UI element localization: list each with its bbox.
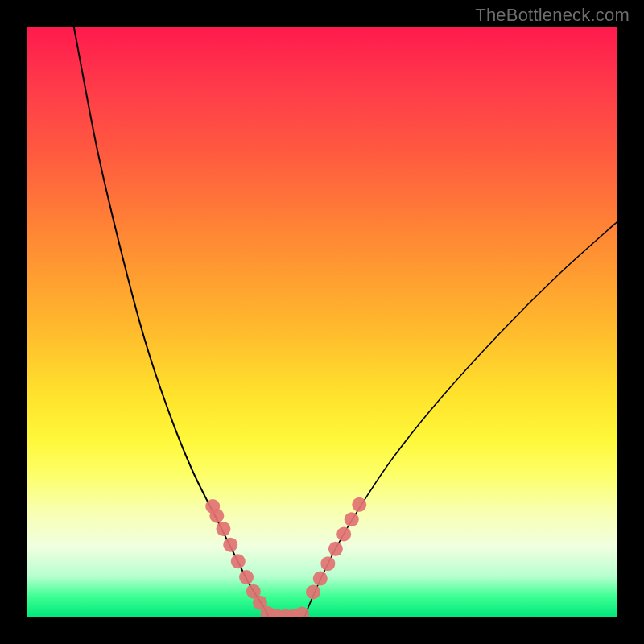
series-left-curve (74, 27, 269, 617)
marker-dot (231, 554, 246, 568)
marker-dot (209, 509, 224, 523)
marker-dot (328, 542, 343, 556)
marker-dots (205, 497, 366, 617)
marker-dot (320, 556, 335, 571)
curve-layer (27, 27, 617, 617)
plot-area (27, 27, 617, 617)
marker-dot (345, 512, 359, 526)
marker-dot (295, 607, 309, 617)
marker-dot (336, 527, 351, 542)
marker-dot (352, 497, 366, 512)
marker-dot (306, 584, 320, 599)
marker-dot (313, 572, 328, 586)
marker-dot (216, 522, 230, 536)
series-right-curve (304, 221, 617, 617)
marker-dot (223, 538, 237, 552)
chart-frame: TheBottleneck.com (0, 0, 644, 644)
marker-dot (239, 570, 254, 584)
watermark-label: TheBottleneck.com (475, 5, 630, 26)
